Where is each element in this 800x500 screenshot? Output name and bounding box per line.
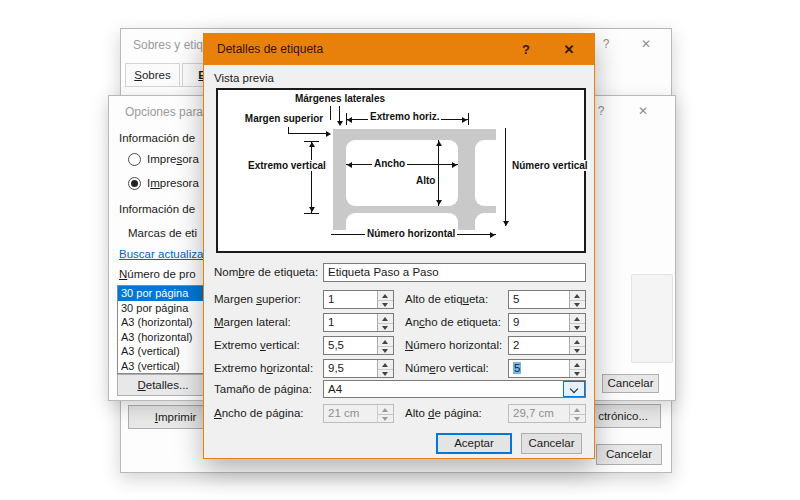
margen-superior-spinner[interactable]: 1 — [323, 290, 394, 309]
selected-text: 5 — [513, 362, 521, 374]
spin-down-button[interactable] — [570, 323, 585, 332]
dialog-title: Sobres y etiqu — [133, 38, 210, 52]
help-icon[interactable]: ? — [507, 34, 545, 65]
spin-down-icon — [382, 303, 388, 307]
ancho-etiqueta-label: Ancho de etiqueta: — [405, 316, 501, 328]
spin-up-button[interactable] — [378, 360, 393, 369]
diagram-extremo-horiz-label: Extremo horiz. — [368, 111, 441, 122]
radio-impresora-continua-label: Impresora — [147, 153, 199, 165]
spin-down-button — [378, 414, 393, 423]
margen-lateral-label: Margen lateral: — [214, 316, 291, 328]
radio-impresora-paginas-label: Impresora — [147, 177, 199, 189]
tamano-pagina-dropdown[interactable]: A4 — [323, 380, 586, 398]
spin-up-icon — [574, 363, 580, 367]
spin-up-icon — [382, 408, 388, 412]
tamano-pagina-label: Tamaño de página: — [214, 383, 312, 395]
label-cell — [475, 140, 496, 206]
aceptar-button[interactable]: Aceptar — [436, 433, 512, 454]
numero-horizontal-spinner[interactable]: 2 — [508, 336, 586, 355]
spin-down-button[interactable] — [378, 323, 393, 332]
spin-up-button — [570, 405, 585, 414]
spin-down-icon — [382, 417, 388, 421]
marcas-etiqueta-label: Marcas de eti — [128, 227, 197, 239]
alto-etiqueta-label: Alto de etiqueta: — [405, 293, 488, 305]
spin-up-button[interactable] — [570, 360, 585, 369]
radio-impresora-continua[interactable] — [128, 153, 141, 166]
numero-producto-label: Número de pro — [119, 268, 196, 280]
spin-up-icon — [382, 363, 388, 367]
radio-impresora-paginas[interactable] — [128, 177, 141, 190]
numero-vertical-spinner[interactable]: 5 — [508, 359, 586, 378]
cancel-button[interactable]: Cancelar — [521, 433, 582, 454]
spin-up-button — [378, 405, 393, 414]
ancho-pagina-label: Ancho de página: — [214, 407, 304, 419]
diagram-ancho-label: Ancho — [372, 158, 407, 169]
diagram-numero-vertical-label: Número vertical — [510, 160, 590, 171]
cancel-button[interactable]: Cancelar — [596, 444, 662, 465]
extremo-vertical-spinner[interactable]: 5,5 — [323, 336, 394, 355]
diagram-margenes-laterales-label: Márgenes laterales — [288, 93, 392, 104]
alto-pagina-label: Alto de página: — [405, 407, 482, 419]
chevron-down-icon — [570, 385, 578, 393]
spin-down-button[interactable] — [570, 346, 585, 355]
diagram-margen-superior-label: Margen superior — [238, 113, 330, 124]
tab-sobres[interactable]: Sobres — [125, 63, 180, 87]
spin-down-icon — [382, 326, 388, 330]
extremo-horizontal-spinner[interactable]: 9,5 — [323, 359, 394, 378]
dialog-detalles-de-etiqueta: Detalles de etiqueta ? ✕ Vista previa Má… — [203, 33, 595, 459]
spin-up-button[interactable] — [378, 291, 393, 300]
spin-down-button[interactable] — [378, 369, 393, 378]
dropdown-button[interactable] — [563, 381, 585, 397]
alto-pagina-spinner-disabled: 29,7 cm — [508, 404, 586, 423]
nombre-etiqueta-label: Nombre de etiqueta: — [214, 266, 318, 278]
margen-superior-label: Margen superior: — [214, 293, 301, 305]
ancho-etiqueta-spinner[interactable]: 9 — [508, 313, 586, 332]
spin-down-icon — [382, 349, 388, 353]
spin-up-button[interactable] — [570, 291, 585, 300]
spin-up-icon — [382, 317, 388, 321]
spin-up-button[interactable] — [570, 337, 585, 346]
cancel-button[interactable]: Cancelar — [602, 374, 659, 393]
extremo-horizontal-label: Extremo horizontal: — [214, 362, 313, 374]
spin-up-icon — [574, 317, 580, 321]
spin-down-button[interactable] — [378, 300, 393, 309]
spin-down-icon — [574, 417, 580, 421]
spin-down-button[interactable] — [378, 346, 393, 355]
nombre-etiqueta-input[interactable]: Etiqueta Paso a Paso — [323, 263, 586, 282]
close-icon[interactable]: ✕ — [629, 33, 663, 55]
numero-vertical-label: Número vertical: — [405, 362, 489, 374]
label-cell — [475, 213, 496, 230]
spin-down-button[interactable] — [570, 369, 585, 378]
extremo-vertical-label: Extremo vertical: — [214, 339, 300, 351]
margen-lateral-spinner[interactable]: 1 — [323, 313, 394, 332]
spin-down-icon — [574, 303, 580, 307]
numero-horizontal-label: Número horizontal: — [405, 339, 502, 351]
spin-up-button[interactable] — [378, 337, 393, 346]
diagram-alto-label: Alto — [414, 175, 437, 186]
diagram-numero-horizontal-label: Número horizontal — [365, 228, 457, 239]
vista-previa-label: Vista previa — [214, 72, 274, 84]
spin-down-button[interactable] — [570, 300, 585, 309]
title-bar: Detalles de etiqueta ? ✕ — [204, 34, 594, 65]
dialog-title: Detalles de etiqueta — [217, 42, 323, 56]
close-icon[interactable]: ✕ — [626, 100, 660, 122]
dialog-title: Opciones para — [125, 105, 203, 119]
close-icon[interactable]: ✕ — [550, 34, 588, 65]
spin-up-icon — [382, 340, 388, 344]
spin-up-button[interactable] — [570, 314, 585, 323]
ancho-pagina-spinner-disabled: 21 cm — [323, 404, 394, 423]
label-cell — [346, 140, 458, 206]
spin-up-icon — [574, 340, 580, 344]
spin-up-button[interactable] — [378, 314, 393, 323]
spin-down-icon — [382, 372, 388, 376]
spin-down-button — [570, 414, 585, 423]
buscar-actualizaciones-link[interactable]: Buscar actualiza — [119, 248, 203, 260]
spin-up-icon — [382, 294, 388, 298]
spin-down-icon — [574, 326, 580, 330]
spin-up-icon — [574, 408, 580, 412]
label-info-panel — [631, 274, 673, 363]
alto-etiqueta-spinner[interactable]: 5 — [508, 290, 586, 309]
detalles-button[interactable]: Detalles... — [117, 374, 209, 396]
diagram-extremo-vertical-label: Extremo vertical — [246, 160, 328, 171]
spin-down-icon — [574, 372, 580, 376]
